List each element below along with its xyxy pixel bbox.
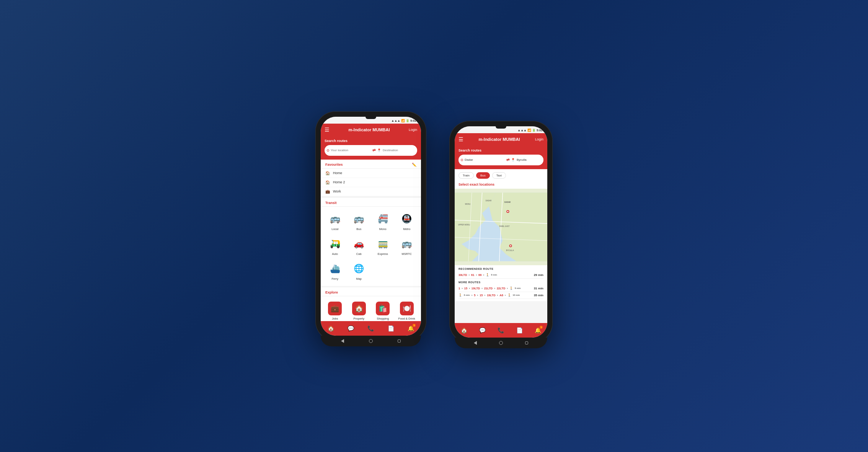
transit-express[interactable]: 🚃 Express xyxy=(372,235,394,258)
local-icon: 🚌 xyxy=(330,215,340,223)
transit-header: Transit xyxy=(321,198,421,207)
recommended-route-row[interactable]: 30LTD › 61 › 66 › 🚶 9 min 29 min xyxy=(458,272,543,279)
search-row-2: ⇄ 📍 › xyxy=(458,155,543,165)
battery-icon-2: 🔋 xyxy=(532,129,536,132)
nav-phone-1[interactable]: 📞 xyxy=(367,325,374,331)
svg-point-16 xyxy=(507,210,509,212)
explore-property[interactable]: 🏠 Property xyxy=(348,299,370,321)
nav-phone-2[interactable]: 📞 xyxy=(498,327,504,333)
arrow-r8: › xyxy=(485,294,486,297)
more-route-row-1[interactable]: 1 › 15 › 19LTD › 21LTD › 22LTD › 🚶 9 min xyxy=(458,285,543,292)
bottom-nav-1: 🏠 💬 📞 📄 🔔1 xyxy=(321,321,421,336)
arrow-r9: › xyxy=(497,294,498,297)
msrtc-icon: 🚌 xyxy=(401,240,412,248)
fav-item-home2[interactable]: 🏠 Home 2 xyxy=(321,178,421,187)
phone-1-screen: ▲▲▲ 📶 🔋 5:02 ☰ m-Indicator MUMBAI Login … xyxy=(321,117,421,336)
transit-local[interactable]: 🚌 Local xyxy=(324,210,346,233)
menu-icon-2[interactable]: ☰ xyxy=(458,136,463,142)
stop-15: 15 xyxy=(464,287,467,290)
fav-item-work[interactable]: 💼 Work xyxy=(321,187,421,196)
metro-icon: 🚇 xyxy=(401,215,412,223)
fav-label-home: Home xyxy=(333,171,342,175)
login-button-1[interactable]: Login xyxy=(409,128,417,132)
stop-5: 5 xyxy=(474,294,475,297)
ferry-icon: ⛴️ xyxy=(330,264,340,273)
wifi-icon: 📶 xyxy=(401,119,405,122)
menu-icon-1[interactable]: ☰ xyxy=(325,127,330,133)
walk-time-1: 9 min xyxy=(491,274,497,276)
transit-map[interactable]: 🌐 Map xyxy=(348,259,370,283)
nav-chat-1[interactable]: 💬 xyxy=(348,325,354,331)
recent-btn-2[interactable] xyxy=(524,340,529,346)
signal-icon: ▲▲▲ xyxy=(391,119,400,122)
to-input-2[interactable] xyxy=(517,158,547,162)
nav-chat-2[interactable]: 💬 xyxy=(479,327,486,333)
stop-a6: A6 xyxy=(499,294,503,297)
transit-auto[interactable]: 🛺 Auto xyxy=(324,235,346,258)
nav-bell-2[interactable]: 🔔1 xyxy=(535,327,541,333)
tab-train[interactable]: Train xyxy=(458,172,474,179)
transit-bus[interactable]: 🚌 Bus xyxy=(348,210,370,233)
location-pin-1: 📍 xyxy=(377,148,381,152)
recent-btn-1[interactable] xyxy=(396,338,402,344)
transit-msrtc[interactable]: 🚌 MSRTC xyxy=(396,235,418,258)
edit-icon[interactable]: ✏️ xyxy=(412,163,416,167)
svg-point-18 xyxy=(510,245,511,246)
to-input-1[interactable] xyxy=(383,148,421,152)
content-area-2: Select exact locations xyxy=(455,181,547,323)
map-icon: 🌐 xyxy=(354,264,364,273)
tab-bus[interactable]: Bus xyxy=(476,172,490,179)
arrow-1: › xyxy=(468,273,470,277)
nav-bell-1[interactable]: 🔔1 xyxy=(408,325,414,331)
explore-food[interactable]: 🍽️ Food & Drink xyxy=(396,299,418,321)
home-btn-1[interactable] xyxy=(368,338,374,344)
back-btn-2[interactable] xyxy=(473,340,478,346)
walk-icon-3: 🚶 xyxy=(507,294,511,297)
transit-express-label: Express xyxy=(378,252,388,256)
map-area[interactable]: WORLI DADAR DADAR PAREL EAST UPPER WORLI… xyxy=(455,189,547,265)
home-btn-2[interactable] xyxy=(498,340,504,346)
auto-icon-box: 🛺 xyxy=(328,237,342,251)
explore-grid: 💼 Jobs 🏠 Property 🛍️ Shopping 🍽️ xyxy=(321,296,421,321)
transit-cab[interactable]: 🚗 Cab xyxy=(348,235,370,258)
stop-1: 1 xyxy=(458,287,460,290)
map-svg: WORLI DADAR DADAR PAREL EAST UPPER WORLI… xyxy=(455,189,547,265)
svg-text:DADAR: DADAR xyxy=(504,201,511,203)
back-btn-1[interactable] xyxy=(340,338,345,344)
recommended-stops: 30LTD › 61 › 66 › 🚶 9 min xyxy=(458,273,497,277)
swap-icon-2[interactable]: ⇄ xyxy=(506,158,509,162)
swap-icon-1[interactable]: ⇄ xyxy=(372,148,375,152)
cab-icon: 🚗 xyxy=(354,240,364,248)
explore-jobs[interactable]: 💼 Jobs xyxy=(324,299,346,321)
transit-metro[interactable]: 🚇 Metro xyxy=(396,210,418,233)
local-icon-box: 🚌 xyxy=(328,212,342,226)
map-icon-box: 🌐 xyxy=(352,262,366,276)
explore-shopping[interactable]: 🛍️ Shopping xyxy=(372,299,394,321)
arrow-r4: › xyxy=(494,287,495,290)
transit-mono[interactable]: 🚝 Mono xyxy=(372,210,394,233)
shopping-icon: 🛍️ xyxy=(376,302,390,315)
login-button-2[interactable]: Login xyxy=(535,137,543,141)
nav-doc-1[interactable]: 📄 xyxy=(388,325,394,331)
svg-text:PAREL EAST: PAREL EAST xyxy=(499,225,510,227)
transit-map-label: Map xyxy=(356,277,362,281)
transit-ferry[interactable]: ⛴️ Ferry xyxy=(324,259,346,283)
transit-bus-label: Bus xyxy=(356,227,361,231)
explore-title: Explore xyxy=(325,290,338,294)
search-section-2: Search routes ⇄ 📍 › xyxy=(455,145,547,169)
from-input-2[interactable] xyxy=(465,158,505,162)
nav-home-1[interactable]: 🏠 xyxy=(328,325,334,331)
msrtc-icon-box: 🚌 xyxy=(400,237,414,251)
from-input-1[interactable] xyxy=(331,148,371,152)
fav-item-home[interactable]: 🏠 Home xyxy=(321,169,421,178)
phone-2-notch xyxy=(496,126,506,129)
express-icon-box: 🚃 xyxy=(376,237,390,251)
more-route-row-2[interactable]: 🚶 6 min › 5 › 15 › 19LTD › A6 › 🚶 xyxy=(458,292,543,299)
nav-home-2[interactable]: 🏠 xyxy=(461,327,467,333)
explore-header: Explore xyxy=(321,287,421,296)
tab-taxi[interactable]: Taxi xyxy=(492,172,506,179)
stop-21ltd: 21LTD xyxy=(484,287,493,290)
nav-doc-2[interactable]: 📄 xyxy=(516,327,523,333)
stop-19ltd: 19LTD xyxy=(472,287,480,290)
food-icon: 🍽️ xyxy=(400,302,414,315)
